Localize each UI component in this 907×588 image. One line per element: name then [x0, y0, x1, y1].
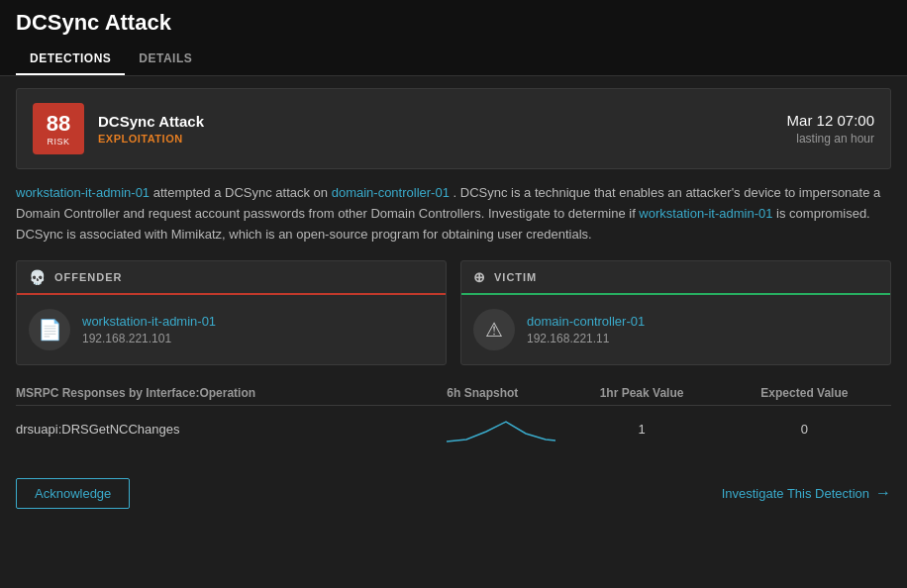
sparkline-svg [447, 414, 555, 443]
offender-avatar-icon: 📄 [38, 318, 62, 342]
risk-label: RISK [47, 137, 69, 147]
offender-ip: 192.168.221.101 [82, 332, 216, 345]
metrics-row: drsuapi:DRSGetNCChanges 1 0 [16, 406, 891, 452]
entities-row: 💀 OFFENDER 📄 workstation-it-admin-01 192… [16, 260, 891, 365]
investigate-button[interactable]: Investigate This Detection → [722, 477, 891, 509]
page-title: DCSync Attack [16, 10, 891, 36]
risk-badge: 88 RISK [33, 103, 84, 154]
nav-tabs: DETECTIONS DETAILS [16, 44, 891, 75]
description: workstation-it-admin-01 attempted a DCSy… [16, 183, 891, 245]
detection-category: EXPLOITATION [98, 133, 204, 145]
metrics-section: MSRPC Responses by Interface:Operation 6… [16, 381, 891, 451]
main-content: 88 RISK DCSync Attack EXPLOITATION Mar 1… [0, 76, 907, 588]
metrics-peak-value: 1 [565, 406, 725, 452]
offender-label: OFFENDER [54, 271, 123, 283]
tab-detections[interactable]: DETECTIONS [16, 44, 125, 75]
metrics-sparkline [447, 406, 565, 452]
detection-time: Mar 12 07:00 lasting an hour [787, 112, 874, 146]
acknowledge-button[interactable]: Acknowledge [16, 478, 130, 509]
metrics-col-snapshot: 6h Snapshot [447, 381, 565, 406]
victim-details: domain-controller-01 192.168.221.11 [527, 314, 645, 345]
risk-score: 88 [47, 111, 70, 137]
skull-icon: 💀 [29, 269, 47, 285]
detection-left: 88 RISK DCSync Attack EXPLOITATION [33, 103, 204, 154]
victim-header: ⊕ VICTIM [461, 261, 890, 295]
offender-link-2[interactable]: workstation-it-admin-01 [639, 206, 772, 221]
header: DCSync Attack DETECTIONS DETAILS [0, 0, 907, 76]
victim-ip: 192.168.221.11 [527, 332, 645, 345]
detection-name: DCSync Attack [98, 113, 204, 130]
victim-hostname[interactable]: domain-controller-01 [527, 314, 645, 329]
tab-details[interactable]: DETAILS [125, 44, 206, 75]
metrics-operation: drsuapi:DRSGetNCChanges [16, 406, 447, 452]
metrics-col-expected: Expected Value [726, 381, 891, 406]
victim-card: ⊕ VICTIM ⚠ domain-controller-01 192.168.… [460, 260, 891, 365]
metrics-col-operation: MSRPC Responses by Interface:Operation [16, 381, 447, 406]
victim-link-1[interactable]: domain-controller-01 [332, 185, 450, 200]
victim-body: ⚠ domain-controller-01 192.168.221.11 [461, 295, 890, 364]
offender-header: 💀 OFFENDER [17, 261, 446, 295]
desc-part1: attempted a DCSync attack on [153, 185, 332, 200]
metrics-col-peak: 1hr Peak Value [565, 381, 725, 406]
offender-body: 📄 workstation-it-admin-01 192.168.221.10… [17, 295, 446, 364]
detection-info: DCSync Attack EXPLOITATION [98, 113, 204, 145]
victim-avatar: ⚠ [473, 309, 515, 350]
victim-avatar-icon: ⚠ [485, 318, 503, 342]
arrow-right-icon: → [875, 484, 891, 502]
detection-card: 88 RISK DCSync Attack EXPLOITATION Mar 1… [16, 88, 891, 169]
victim-label: VICTIM [494, 271, 537, 283]
footer: Acknowledge Investigate This Detection → [16, 467, 891, 519]
metrics-expected-value: 0 [726, 406, 891, 452]
target-icon: ⊕ [473, 269, 486, 285]
offender-card: 💀 OFFENDER 📄 workstation-it-admin-01 192… [16, 260, 447, 365]
offender-hostname[interactable]: workstation-it-admin-01 [82, 314, 216, 329]
offender-link-1[interactable]: workstation-it-admin-01 [16, 185, 150, 200]
offender-avatar: 📄 [29, 309, 70, 350]
offender-details: workstation-it-admin-01 192.168.221.101 [82, 314, 216, 345]
detection-timestamp: Mar 12 07:00 [787, 112, 874, 129]
metrics-table: MSRPC Responses by Interface:Operation 6… [16, 381, 891, 451]
investigate-label: Investigate This Detection [722, 486, 869, 501]
detection-duration: lasting an hour [787, 132, 874, 146]
